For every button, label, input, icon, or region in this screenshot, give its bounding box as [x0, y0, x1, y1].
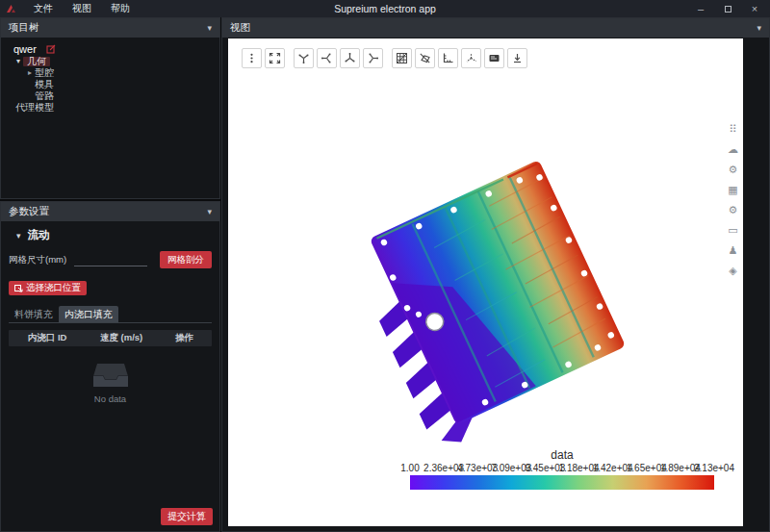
- menu-view[interactable]: 视图: [63, 2, 101, 15]
- project-tree-header: 项目树 ▾: [1, 18, 219, 38]
- colorbar-ticks: 1.002.36e+034.73e+037.09e+039.45e+031.18…: [410, 463, 714, 474]
- tree-item-proxy-model[interactable]: 代理模型: [5, 103, 216, 113]
- caret-right-icon[interactable]: ▸: [28, 68, 32, 78]
- colorbar-gradient: [410, 475, 714, 490]
- axis-view-2-icon[interactable]: [317, 48, 337, 68]
- layout-grid-icon[interactable]: ▦: [728, 184, 737, 196]
- flow-section[interactable]: ▾ 流动: [9, 228, 212, 242]
- tree-item-mold[interactable]: 模具: [5, 80, 216, 89]
- app-logo-icon: [6, 4, 16, 14]
- gate-picker-icon: [14, 284, 23, 292]
- settings-gear-icon[interactable]: ⚙: [729, 204, 738, 216]
- colorbar-tick: 1.00: [400, 463, 419, 473]
- mesh-toggle-icon[interactable]: [392, 48, 412, 68]
- pin-icon[interactable]: ♟: [729, 244, 738, 257]
- menu-file[interactable]: 文件: [24, 2, 63, 15]
- tab-biscuit-fill[interactable]: 料饼填充: [9, 306, 59, 322]
- project-tree-panel: 项目树 ▾ qwer ▾ 几何 ▸ 型腔 模具 管路: [0, 17, 220, 199]
- tree-item-proxy-model-label: 代理模型: [15, 103, 54, 113]
- tree-root-label: qwer: [13, 44, 37, 54]
- collapse-panel-icon[interactable]: ▾: [207, 23, 212, 33]
- params-header: 参数设置 ▾: [1, 202, 219, 221]
- colorbar-title: data: [410, 448, 714, 462]
- app-window: 文件 视图 帮助 Supreium electron app – × 项目树 ▾…: [0, 0, 770, 532]
- legend-toggle-icon[interactable]: [484, 48, 504, 68]
- tree-item-root[interactable]: qwer: [5, 42, 216, 55]
- flow-section-label: 流动: [28, 228, 50, 242]
- fill-tabs: 料饼填充 内浇口填充: [9, 306, 212, 323]
- viewport-title: 视图: [230, 21, 250, 35]
- window-title: Supreium electron app: [334, 3, 436, 14]
- menu-help[interactable]: 帮助: [101, 2, 140, 15]
- select-gate-label: 选择浇口位置: [26, 282, 81, 294]
- viewport-toolbar: [242, 48, 527, 68]
- project-tree: qwer ▾ 几何 ▸ 型腔 模具 管路 代理模型: [1, 38, 219, 118]
- kebab-menu-icon[interactable]: [242, 48, 262, 68]
- dots-grid-icon[interactable]: ⠿: [729, 123, 736, 136]
- caret-down-icon[interactable]: ▾: [16, 231, 21, 241]
- tree-item-mold-label: 模具: [35, 80, 54, 89]
- viewport-panel: 视图 ▾: [221, 17, 770, 532]
- caret-down-icon[interactable]: ▾: [16, 57, 20, 66]
- diamond-icon[interactable]: ◈: [729, 265, 736, 277]
- axis-view-1-icon[interactable]: [294, 48, 314, 68]
- ingate-table-header: 内浇口 ID 速度 (m/s) 操作: [9, 330, 212, 346]
- mesh-size-label: 网格尺寸(mm): [9, 254, 66, 266]
- empty-state: No data: [9, 363, 212, 404]
- tree-item-piping[interactable]: 管路: [5, 91, 216, 101]
- side-icon-strip: ⠿☁⚙▦⚙▭♟◈: [728, 123, 738, 277]
- tree-item-cavity[interactable]: ▸ 型腔: [5, 68, 216, 78]
- edit-icon[interactable]: [46, 44, 56, 54]
- tree-item-geometry-label: 几何: [23, 57, 50, 66]
- axes-toggle-icon[interactable]: [461, 48, 481, 68]
- colorbar-tick: 2.13e+04: [694, 463, 734, 473]
- project-tree-title: 项目树: [9, 21, 39, 35]
- empty-inbox-icon: [92, 363, 129, 388]
- render-canvas[interactable]: ⠿☁⚙▦⚙▭♟◈: [228, 38, 743, 526]
- col-ingate-id: 内浇口 ID: [9, 332, 86, 344]
- collapse-panel-icon[interactable]: ▾: [207, 207, 212, 216]
- empty-text: No data: [94, 393, 126, 404]
- viewport-header: 视图 ▾: [222, 18, 769, 38]
- colorbar: data 1.002.36e+034.73e+037.09e+039.45e+0…: [410, 448, 714, 490]
- hide-surface-icon[interactable]: [415, 48, 435, 68]
- gear-icon[interactable]: ⚙: [729, 164, 738, 176]
- axis-view-3-icon[interactable]: [340, 48, 360, 68]
- maximize-button[interactable]: [714, 0, 741, 17]
- fit-view-icon[interactable]: [265, 48, 285, 68]
- params-panel: 参数设置 ▾ ▾ 流动 网格尺寸(mm) 网格剖分 选择浇口位置 料饼填充 内浇…: [0, 201, 220, 532]
- select-gate-button[interactable]: 选择浇口位置: [9, 281, 87, 295]
- col-speed: 速度 (m/s): [86, 332, 157, 344]
- titlebar: 文件 视图 帮助 Supreium electron app – ×: [0, 0, 770, 17]
- minimize-button[interactable]: –: [687, 0, 714, 17]
- tab-ingate-fill[interactable]: 内浇口填充: [59, 306, 118, 322]
- params-title: 参数设置: [9, 205, 49, 218]
- cloud-icon[interactable]: ☁: [728, 143, 738, 156]
- mesh-size-row: 网格尺寸(mm) 网格剖分: [9, 251, 212, 268]
- tree-item-piping-label: 管路: [35, 91, 54, 101]
- box-icon[interactable]: ▭: [728, 224, 737, 237]
- download-icon[interactable]: [507, 48, 527, 68]
- col-actions: 操作: [157, 332, 212, 344]
- mesh-divide-button[interactable]: 网格剖分: [160, 251, 212, 268]
- params-body: ▾ 流动 网格尺寸(mm) 网格剖分 选择浇口位置 料饼填充 内浇口填充 内浇口…: [1, 221, 219, 531]
- ruler-icon[interactable]: [438, 48, 458, 68]
- mesh-size-input[interactable]: [74, 254, 147, 266]
- submit-calculation-button[interactable]: 提交计算: [161, 508, 213, 525]
- close-button[interactable]: ×: [741, 0, 768, 17]
- model-render[interactable]: [320, 108, 676, 473]
- collapse-panel-icon[interactable]: ▾: [757, 23, 761, 33]
- tree-item-geometry[interactable]: ▾ 几何: [5, 57, 216, 66]
- axis-view-4-icon[interactable]: [363, 48, 383, 68]
- maximize-icon: [725, 6, 732, 13]
- tree-item-cavity-label: 型腔: [35, 68, 54, 78]
